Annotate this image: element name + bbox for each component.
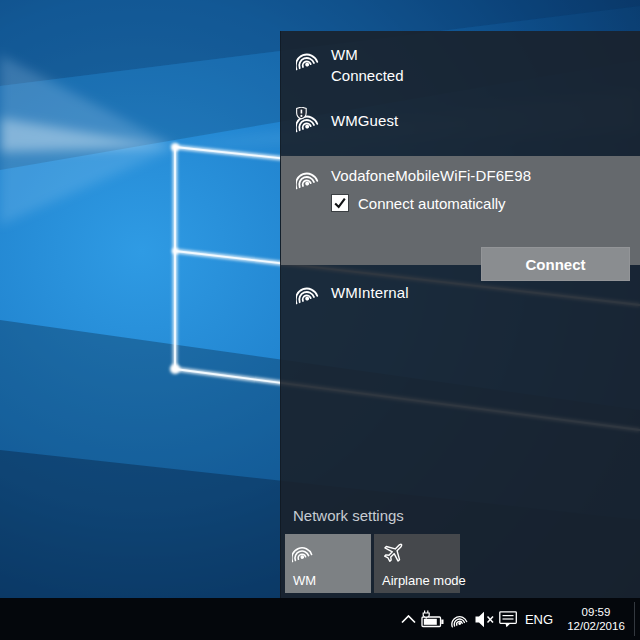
network-row-wmguest[interactable]: WMGuest: [281, 101, 640, 143]
network-settings-link[interactable]: Network settings: [293, 507, 404, 524]
wifi-flyout-panel: WM Connected WMGuest: [280, 31, 640, 598]
show-desktop-button[interactable]: [635, 598, 640, 640]
clock-date: 12/02/2016: [567, 619, 625, 633]
battery-charging-icon: [421, 610, 445, 628]
network-name: WMGuest: [331, 112, 398, 129]
language-indicator[interactable]: ENG: [524, 598, 554, 640]
network-status: Connected: [331, 67, 404, 84]
battery-status-button[interactable]: [420, 598, 445, 640]
taskbar: ENG 09:59 12/02/2016: [0, 598, 640, 640]
network-row-wminternal[interactable]: WMInternal: [281, 271, 640, 317]
clock[interactable]: 09:59 12/02/2016: [560, 598, 632, 640]
wifi-icon: [451, 610, 471, 628]
network-name: WM: [331, 46, 358, 63]
connect-automatically-label: Connect automatically: [358, 195, 506, 212]
action-center-button[interactable]: [497, 598, 519, 640]
wifi-icon: [292, 539, 316, 563]
desktop-screen: WM Connected WMGuest: [0, 0, 640, 640]
quick-action-tile-airplane-mode[interactable]: Airplane mode: [374, 534, 460, 593]
chevron-up-icon: [401, 615, 416, 624]
checkbox-checked-icon[interactable]: [331, 194, 349, 212]
connect-automatically-option[interactable]: Connect automatically: [331, 193, 506, 213]
wifi-icon: [296, 279, 322, 305]
show-hidden-icons-button[interactable]: [399, 598, 417, 640]
network-tray-button[interactable]: [449, 598, 473, 640]
tile-label: WM: [293, 573, 316, 588]
network-name: WMInternal: [331, 284, 409, 301]
tile-label: Airplane mode: [382, 573, 466, 588]
airplane-icon: [381, 539, 407, 565]
wifi-icon: [296, 45, 322, 71]
volume-tray-button[interactable]: [473, 598, 496, 640]
network-row-wm[interactable]: WM Connected: [281, 39, 640, 95]
wifi-icon: [296, 164, 322, 190]
quick-action-tile-wifi[interactable]: WM: [285, 534, 371, 593]
clock-time: 09:59: [582, 605, 611, 619]
network-row-vodafone-selected[interactable]: VodafoneMobileWiFi-DF6E98 Connect automa…: [281, 156, 640, 265]
volume-muted-icon: [475, 611, 495, 628]
wifi-warning-icon: [296, 107, 322, 133]
network-name: VodafoneMobileWiFi-DF6E98: [331, 167, 531, 184]
action-center-icon: [499, 611, 518, 628]
